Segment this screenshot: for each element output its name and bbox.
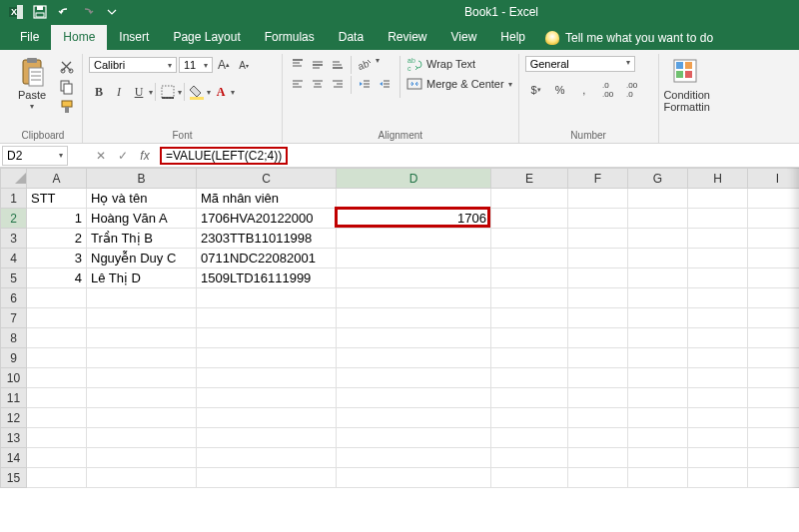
cell[interactable]: [568, 308, 628, 328]
cell[interactable]: [87, 288, 197, 308]
cell[interactable]: [748, 448, 800, 468]
cell[interactable]: [568, 448, 628, 468]
cell[interactable]: [688, 368, 748, 388]
fill-color-button[interactable]: [187, 82, 207, 102]
cell[interactable]: STT: [27, 189, 87, 209]
cell[interactable]: [87, 388, 197, 408]
redo-icon[interactable]: [76, 1, 100, 23]
font-color-button[interactable]: A: [211, 82, 231, 102]
cell[interactable]: [337, 388, 491, 408]
orientation-button[interactable]: ab: [356, 56, 374, 72]
font-name-select[interactable]: Calibri▾: [89, 57, 177, 73]
cell[interactable]: [748, 288, 800, 308]
row-header[interactable]: 7: [1, 308, 27, 328]
tab-formulas[interactable]: Formulas: [253, 25, 327, 50]
name-box[interactable]: D2 ▾: [2, 146, 68, 166]
tab-data[interactable]: Data: [327, 25, 376, 50]
cell[interactable]: [568, 229, 628, 249]
tab-help[interactable]: Help: [488, 25, 537, 50]
cell[interactable]: [628, 448, 688, 468]
cell[interactable]: [568, 408, 628, 428]
cell[interactable]: [688, 288, 748, 308]
cell[interactable]: [568, 388, 628, 408]
cell[interactable]: [688, 308, 748, 328]
decrease-font-button[interactable]: A▾: [235, 56, 253, 74]
increase-decimal-button[interactable]: .0.00: [597, 80, 619, 100]
cell[interactable]: [568, 209, 628, 229]
cell[interactable]: [27, 388, 87, 408]
row-header[interactable]: 14: [1, 448, 27, 468]
borders-button[interactable]: [158, 82, 178, 102]
increase-indent-button[interactable]: [376, 76, 394, 92]
cell[interactable]: 1706: [337, 209, 491, 229]
cell[interactable]: [491, 408, 568, 428]
cell[interactable]: [197, 468, 337, 488]
cell[interactable]: [87, 308, 197, 328]
cell[interactable]: [491, 308, 568, 328]
cell[interactable]: [568, 189, 628, 209]
cell[interactable]: [337, 408, 491, 428]
align-right-button[interactable]: [329, 76, 347, 92]
cell[interactable]: [628, 428, 688, 448]
cell[interactable]: [337, 189, 491, 209]
column-header[interactable]: I: [748, 169, 800, 189]
italic-button[interactable]: I: [109, 82, 129, 102]
cell[interactable]: [628, 249, 688, 268]
cell[interactable]: [197, 328, 337, 348]
row-header[interactable]: 2: [1, 209, 27, 229]
enter-formula-button[interactable]: ✓: [114, 149, 132, 163]
cell[interactable]: [87, 428, 197, 448]
cell[interactable]: [688, 448, 748, 468]
cell[interactable]: [197, 388, 337, 408]
cell[interactable]: [628, 368, 688, 388]
paste-button[interactable]: Paste ▾: [10, 56, 54, 111]
row-header[interactable]: 1: [1, 189, 27, 209]
cell[interactable]: [491, 388, 568, 408]
cell[interactable]: 3: [27, 249, 87, 268]
decrease-indent-button[interactable]: [356, 76, 374, 92]
cell[interactable]: [568, 368, 628, 388]
column-header[interactable]: B: [87, 169, 197, 189]
cell[interactable]: [491, 368, 568, 388]
column-header[interactable]: F: [568, 169, 628, 189]
cell[interactable]: [628, 348, 688, 368]
cell[interactable]: [688, 428, 748, 448]
cell[interactable]: [688, 249, 748, 268]
cell[interactable]: [491, 348, 568, 368]
cell[interactable]: [87, 368, 197, 388]
cell[interactable]: [491, 249, 568, 268]
cell[interactable]: [568, 428, 628, 448]
row-header[interactable]: 15: [1, 468, 27, 488]
cell[interactable]: [568, 288, 628, 308]
cell[interactable]: Họ và tên: [87, 189, 197, 209]
cell[interactable]: [628, 209, 688, 229]
cell[interactable]: [628, 328, 688, 348]
column-header[interactable]: C: [197, 169, 337, 189]
cell[interactable]: [197, 288, 337, 308]
cell[interactable]: [688, 229, 748, 249]
cell[interactable]: [197, 308, 337, 328]
cell[interactable]: [27, 468, 87, 488]
tab-insert[interactable]: Insert: [107, 25, 161, 50]
cell[interactable]: [491, 428, 568, 448]
cell[interactable]: [27, 328, 87, 348]
column-header[interactable]: G: [628, 169, 688, 189]
row-header[interactable]: 8: [1, 328, 27, 348]
comma-button[interactable]: ,: [573, 80, 595, 100]
chevron-down-icon[interactable]: ▾: [231, 88, 235, 97]
cell[interactable]: [748, 428, 800, 448]
tab-view[interactable]: View: [439, 25, 489, 50]
cell[interactable]: [491, 229, 568, 249]
cell[interactable]: [568, 268, 628, 288]
cell[interactable]: [748, 388, 800, 408]
cell[interactable]: [688, 268, 748, 288]
cell[interactable]: [27, 408, 87, 428]
font-size-select[interactable]: 11▾: [179, 57, 213, 73]
cell[interactable]: [27, 428, 87, 448]
underline-button[interactable]: U: [129, 82, 149, 102]
cell[interactable]: [87, 448, 197, 468]
cell[interactable]: [87, 468, 197, 488]
tab-home[interactable]: Home: [51, 25, 107, 50]
conditional-formatting-button[interactable]: ConditionFormattin: [665, 56, 709, 113]
cell[interactable]: [87, 348, 197, 368]
